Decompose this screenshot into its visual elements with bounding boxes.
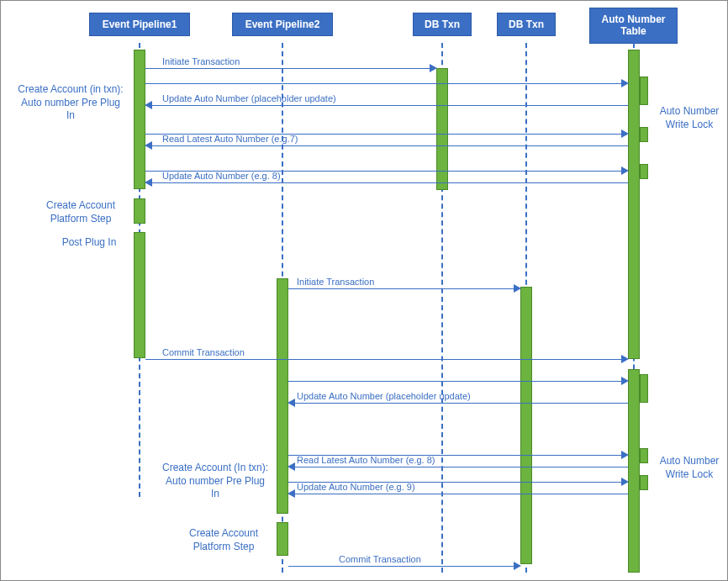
msg-read-latest-2: Read Latest Auto Number (e.g. 8) bbox=[288, 460, 628, 473]
msg-label: Read Latest Auto Number (e.g. 8) bbox=[297, 455, 435, 465]
msg-label: Commit Transaction bbox=[339, 554, 421, 564]
label-create-pre-2: Create Account (In txn): Auto number Pre… bbox=[161, 462, 270, 501]
msg-update-8: Update Auto Number (e.g. 8) bbox=[145, 176, 628, 189]
msg-req-placeholder-1 bbox=[145, 77, 628, 90]
activation-an-1 bbox=[628, 50, 640, 359]
activation-ep1-post bbox=[134, 232, 145, 358]
activation-an-lock1c bbox=[640, 164, 648, 179]
participant-db-txn-2: DB Txn bbox=[497, 13, 556, 36]
activation-db2 bbox=[520, 287, 532, 564]
participant-auto-number-table: Auto Number Table bbox=[589, 8, 678, 44]
msg-req-placeholder-2 bbox=[288, 374, 628, 388]
msg-commit-2: Commit Transaction bbox=[288, 559, 520, 573]
msg-initiate-txn-2: Initiate Transaction bbox=[288, 282, 520, 295]
activation-an-2 bbox=[628, 369, 640, 573]
activation-ep1-platform bbox=[134, 198, 145, 224]
activation-ep1-pre bbox=[134, 50, 145, 189]
activation-an-lock1b bbox=[640, 127, 648, 142]
msg-read-latest-1: Read Latest Auto Number (e.g.7) bbox=[145, 139, 628, 152]
msg-label: Initiate Transaction bbox=[297, 277, 374, 287]
activation-ep2-pre bbox=[277, 278, 288, 514]
activation-an-lock2b bbox=[640, 448, 648, 463]
msg-label: Update Auto Number (placeholder update) bbox=[162, 93, 336, 103]
activation-an-lock1a bbox=[640, 77, 648, 105]
msg-label: Commit Transaction bbox=[162, 347, 245, 357]
participant-db-txn-1: DB Txn bbox=[413, 13, 472, 36]
msg-update-9: Update Auto Number (e.g. 9) bbox=[288, 487, 628, 500]
label-write-lock-2: Auto Number Write Lock bbox=[657, 455, 722, 481]
label-write-lock-1: Auto Number Write Lock bbox=[657, 105, 722, 131]
label-platform-1: Create Account Platform Step bbox=[34, 199, 127, 225]
label-platform-2: Create Account Platform Step bbox=[177, 527, 270, 553]
msg-update-placeholder-1: Update Auto Number (placeholder update) bbox=[145, 98, 628, 112]
activation-an-lock2a bbox=[640, 374, 648, 403]
activation-ep2-platform bbox=[277, 522, 288, 556]
msg-commit-1: Commit Transaction bbox=[145, 352, 628, 366]
label-post-plug-in: Post Plug In bbox=[51, 236, 127, 250]
msg-label: Initiate Transaction bbox=[162, 56, 240, 66]
msg-label: Update Auto Number (e.g. 9) bbox=[297, 482, 415, 492]
participant-event-pipeline1: Event Pipeline1 bbox=[89, 13, 190, 36]
msg-label: Update Auto Number (placeholder update) bbox=[297, 391, 471, 401]
msg-label: Update Auto Number (e.g. 8) bbox=[162, 171, 281, 181]
activation-an-lock2c bbox=[640, 475, 648, 490]
participant-event-pipeline2: Event Pipeline2 bbox=[232, 13, 333, 36]
label-create-pre-1: Create Account (in txn): Auto number Pre… bbox=[16, 83, 125, 123]
msg-update-placeholder-2: Update Auto Number (placeholder update) bbox=[288, 396, 628, 409]
msg-initiate-txn-1: Initiate Transaction bbox=[145, 61, 436, 75]
msg-label: Read Latest Auto Number (e.g.7) bbox=[162, 134, 298, 144]
